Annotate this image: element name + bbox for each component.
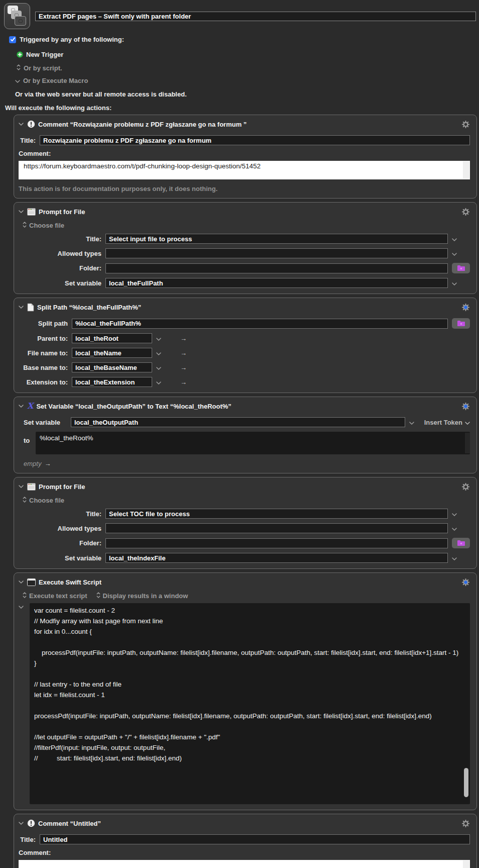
action-comment-forum-link: Comment “Rozwiązanie problemu z PDF zgła…	[14, 115, 477, 199]
allowed-types-field[interactable]	[105, 523, 448, 533]
prompt-title-row: Title: Select input file to process	[19, 234, 470, 244]
documentation-note: This action is for documentation purpose…	[19, 185, 470, 192]
gear-icon[interactable]	[461, 208, 470, 216]
prompt-title-field[interactable]: Select input file to process	[105, 234, 448, 244]
variable-name-field[interactable]: local_theOutputPath	[71, 417, 405, 427]
file-name-variable-field[interactable]: local_theName	[72, 348, 152, 358]
field-label: Parent to:	[19, 335, 68, 342]
action-set-variable: X Set Variable “local_theOutputPath” to …	[14, 397, 477, 473]
base-name-to-row: Base name to: local_theBaseName →	[19, 362, 470, 372]
updown-selector-icon	[23, 222, 27, 229]
new-trigger-row[interactable]: New Trigger	[17, 51, 479, 58]
extension-variable-field[interactable]: local_theExtension	[72, 377, 152, 387]
chevron-down-icon[interactable]	[19, 603, 30, 804]
variable-value-text: %local_theRoot%	[40, 434, 93, 442]
chevron-down-icon[interactable]	[156, 378, 161, 386]
result-arrow-icon[interactable]: →	[180, 364, 187, 371]
chevron-down-icon[interactable]	[19, 822, 27, 825]
chevron-down-icon[interactable]	[156, 349, 161, 357]
folder-picker-button[interactable]	[452, 263, 470, 273]
updown-selector-icon	[23, 592, 27, 600]
comment-title-field[interactable]: Rozwiązanie problemu z PDF zgłaszane go …	[40, 135, 470, 145]
folder-picker-button[interactable]	[452, 318, 470, 329]
mode-popup-button[interactable]: Choose file	[23, 222, 470, 229]
gear-icon[interactable]	[461, 303, 470, 312]
chevron-down-icon[interactable]	[452, 510, 457, 518]
comment-label: Comment:	[19, 849, 51, 856]
or-by-script-row[interactable]: Or by script.	[17, 64, 479, 72]
chevron-down-icon[interactable]	[409, 419, 414, 426]
field-label: Allowed types	[19, 525, 101, 532]
will-execute-heading: Will execute the following actions:	[5, 104, 479, 112]
variable-value-text-area[interactable]: %local_theRoot%	[36, 432, 470, 454]
action-title: Comment “Untitled”	[38, 820, 457, 827]
insert-token-label: Insert Token	[424, 419, 462, 426]
field-value: local_theRoot	[75, 335, 118, 342]
chevron-down-icon[interactable]	[19, 123, 27, 126]
prompt-title-field[interactable]: Select TOC file to process	[105, 509, 448, 519]
or-by-script-label: Or by script.	[24, 64, 62, 72]
folder-field[interactable]	[105, 538, 448, 548]
file-name-to-row: File name to: local_theName →	[19, 348, 470, 358]
action-header: Comment “Rozwiązanie problemu z PDF zgła…	[19, 118, 470, 131]
or-by-execute-macro-row[interactable]: Or by Execute Macro	[15, 77, 479, 84]
result-arrow-icon[interactable]: →	[180, 335, 187, 342]
comment-text-area[interactable]	[19, 860, 470, 868]
updown-selector-icon	[17, 64, 21, 72]
chevron-down-icon[interactable]	[452, 279, 457, 287]
field-value: local_theOutputPath	[74, 419, 138, 426]
chevron-down-icon[interactable]	[452, 250, 457, 257]
set-variable-field[interactable]: local_theIndexFile	[105, 553, 448, 563]
action-title: Set Variable “local_theOutputPath” to Te…	[36, 403, 457, 410]
base-name-variable-field[interactable]: local_theBaseName	[72, 362, 152, 372]
chevron-down-icon[interactable]	[19, 405, 27, 408]
mode-popup-button[interactable]: Choose file	[23, 497, 470, 504]
gear-icon[interactable]	[461, 483, 470, 491]
title-row: Title: Rozwiązanie problemu z PDF zgłasz…	[19, 135, 470, 145]
script-source-popup-button[interactable]: Execute text script	[23, 592, 87, 600]
field-value: Untitled	[43, 836, 67, 843]
result-arrow-icon[interactable]: →	[180, 378, 187, 386]
gear-icon[interactable]	[461, 819, 470, 828]
split-path-field[interactable]: %local_theFullPath%	[72, 319, 448, 329]
chevron-down-icon[interactable]	[452, 235, 457, 243]
scrollbar-thumb[interactable]	[464, 768, 468, 797]
prompt-title-row: Title: Select TOC file to process	[19, 509, 470, 519]
script-results-popup-button[interactable]: Display results in a window	[96, 592, 188, 600]
chevron-down-icon[interactable]	[156, 364, 161, 371]
folder-picker-button[interactable]	[452, 538, 470, 548]
script-source-label: Execute text script	[29, 592, 87, 600]
action-header: Split Path “%local_theFullPath%”	[19, 301, 470, 314]
chevron-down-icon[interactable]	[19, 210, 27, 213]
comment-text-area[interactable]: https://forum.keyboardmaestro.com/t/pdf-…	[19, 161, 470, 179]
field-label: Set variable	[19, 554, 101, 562]
script-results-label: Display results in a window	[103, 592, 188, 600]
action-title: Prompt for File	[39, 483, 457, 491]
gear-icon[interactable]	[461, 402, 470, 411]
comment-label-row: Comment:	[19, 849, 470, 856]
macro-title-input[interactable]: Extract PDF pages – Swift only with pare…	[35, 12, 476, 21]
insert-token-button[interactable]: Insert Token	[424, 419, 470, 426]
swift-script-text-area[interactable]: var count = filelist.count - 2 // Modfiy…	[30, 603, 470, 804]
gear-icon[interactable]	[461, 578, 470, 587]
comment-title-field[interactable]: Untitled	[40, 834, 470, 844]
gear-icon[interactable]	[461, 120, 470, 129]
updown-selector-icon	[23, 497, 27, 504]
preview-arrow-icon[interactable]: →	[44, 460, 51, 467]
triggered-checkbox[interactable]	[9, 36, 16, 43]
folder-field[interactable]	[105, 263, 448, 273]
folder-row: Folder:	[19, 538, 470, 548]
script-mode-row: Execute text script Display results in a…	[23, 592, 470, 600]
result-arrow-icon[interactable]: →	[180, 349, 187, 357]
chevron-down-icon[interactable]	[19, 581, 27, 584]
mode-label: Choose file	[29, 497, 64, 504]
allowed-types-field[interactable]	[105, 248, 448, 258]
chevron-down-icon[interactable]	[452, 525, 457, 532]
set-variable-field[interactable]: local_theFullPath	[105, 278, 448, 288]
chevron-down-icon[interactable]	[156, 335, 161, 342]
chevron-down-icon[interactable]	[19, 306, 27, 309]
chevron-down-icon[interactable]	[19, 485, 27, 488]
parent-variable-field[interactable]: local_theRoot	[72, 333, 152, 343]
comment-exclamation-icon	[27, 819, 35, 827]
chevron-down-icon[interactable]	[452, 554, 457, 562]
